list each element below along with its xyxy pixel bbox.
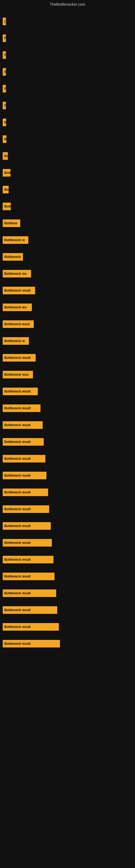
bar-label: Bottleneck result — [3, 589, 56, 597]
bar-label: Bottleneck result — [3, 438, 44, 446]
bar-row: Bottleneck result — [3, 450, 132, 467]
bar-row: Bottleneck result — [3, 349, 132, 366]
bar-label: F — [3, 34, 6, 42]
bar-label: Bottleneck re — [3, 337, 29, 345]
bar-label: Bottleneck result — [3, 472, 46, 479]
bar-label: Bottlene — [3, 219, 20, 227]
bar-label: Bottleneck result — [3, 623, 59, 631]
bar-label: Bottleneck res — [3, 270, 31, 278]
bar-label: Bottleneck result — [3, 505, 49, 513]
bar-row: F — [3, 97, 132, 114]
bar-label: Bo — [3, 152, 8, 160]
bar-label: F — [3, 102, 6, 109]
bar-row: Bottleneck result — [3, 501, 132, 518]
bar-row: Bottleneck res — [3, 299, 132, 316]
bar-row: Bottleneck result — [3, 568, 132, 585]
bar-label: Bottleneck result — [3, 640, 60, 648]
bar-row: Bottleneck result — [3, 551, 132, 568]
bar-label: Bottleneck resu — [3, 371, 33, 378]
site-title: TheBottlenecker.com — [0, 0, 135, 8]
bar-row: | — [3, 13, 132, 30]
bar-label: Bottleneck result — [3, 421, 43, 429]
bar-label: Bottleneck result — [3, 455, 45, 463]
bar-row: B — [3, 63, 132, 80]
bar-label: Bottleneck result — [3, 556, 53, 563]
bar-row: Bott — [3, 164, 132, 181]
bar-label: | — [3, 18, 6, 25]
bar-label: B — [3, 119, 6, 126]
bar-row: Bottleneck res — [3, 265, 132, 282]
bar-row: Bottleneck result — [3, 534, 132, 551]
bar-label: Bott — [3, 203, 11, 210]
bar-label: Bottleneck result — [3, 388, 38, 395]
bar-row: Bottleneck result — [3, 518, 132, 534]
bar-label: Bottleneck result — [3, 539, 52, 547]
bar-row: Bottleneck re — [3, 333, 132, 349]
bar-row: Bottleneck result — [3, 618, 132, 635]
bar-row: Bottleneck re — [3, 231, 132, 248]
bar-label: Bottleneck result — [3, 354, 36, 362]
bar-row: Bottleneck result — [3, 585, 132, 601]
bar-row: Bottleneck result — [3, 282, 132, 299]
bar-label: F — [3, 51, 6, 59]
bars-container: |FFBFFBBBoBottBoBottBottleneBottleneck r… — [0, 8, 135, 655]
bar-row: Bo — [3, 148, 132, 164]
bar-row: B — [3, 114, 132, 131]
bar-row: B — [3, 131, 132, 148]
bar-row: Bottleneck result — [3, 416, 132, 433]
bar-label: Bottleneck resul — [3, 320, 34, 328]
bar-label: Bottleneck — [3, 253, 23, 261]
bar-label: Bottleneck result — [3, 404, 41, 412]
bar-row: Bottleneck result — [3, 484, 132, 501]
bar-label: Bottleneck res — [3, 304, 32, 311]
bar-row: F — [3, 80, 132, 97]
bar-label: Bottleneck result — [3, 287, 35, 294]
bar-label: B — [3, 135, 6, 143]
bar-label: Bottleneck re — [3, 236, 28, 244]
bar-row: Bottleneck result — [3, 601, 132, 618]
bar-label: Bottleneck result — [3, 606, 57, 614]
bar-label: B — [3, 68, 6, 76]
bar-row: Bottleneck result — [3, 400, 132, 416]
bar-row: F — [3, 30, 132, 46]
bar-row: Bo — [3, 181, 132, 198]
bar-row: Bott — [3, 198, 132, 215]
bar-row: Bottleneck result — [3, 635, 132, 652]
bar-row: F — [3, 46, 132, 63]
bar-label: Bo — [3, 186, 9, 193]
bar-row: Bottleneck result — [3, 433, 132, 450]
bar-row: Bottleneck — [3, 248, 132, 265]
bar-row: Bottleneck result — [3, 467, 132, 484]
bar-row: Bottleneck resu — [3, 366, 132, 383]
bar-row: Bottleneck resul — [3, 316, 132, 333]
bar-row: Bottleneck result — [3, 383, 132, 400]
bar-label: F — [3, 85, 6, 93]
bar-label: Bottleneck result — [3, 489, 48, 496]
bar-row: Bottlene — [3, 215, 132, 231]
bar-label: Bottleneck result — [3, 522, 51, 530]
bar-label: Bottleneck result — [3, 572, 54, 580]
bar-label: Bott — [3, 169, 10, 177]
